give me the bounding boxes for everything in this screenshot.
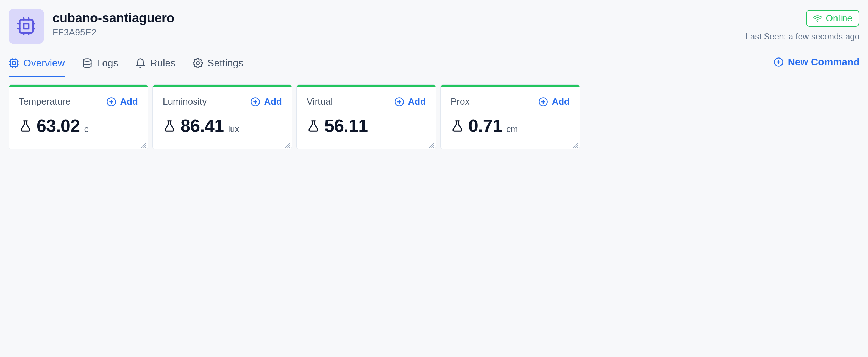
device-title-block: cubano-santiaguero FF3A95E2 (52, 9, 174, 38)
tab-overview[interactable]: Overview (9, 54, 65, 77)
card-value: 63.02 (37, 116, 80, 136)
card-unit: cm (506, 124, 518, 134)
device-name: cubano-santiaguero (52, 11, 174, 26)
card-value-row: 63.02 c (19, 116, 138, 136)
card-value-row: 56.11 (307, 116, 426, 136)
last-seen-value: a few seconds ago (789, 32, 859, 41)
new-command-label: New Command (788, 56, 859, 68)
new-command-button[interactable]: New Command (774, 56, 859, 75)
add-label: Add (264, 96, 282, 107)
status-badge: Online (806, 10, 859, 27)
svg-rect-1 (24, 24, 29, 29)
svg-rect-4 (12, 62, 15, 65)
sensor-card-prox: Prox Add 0.71 cm (440, 84, 580, 149)
plus-circle-icon (250, 97, 260, 107)
page-container: cubano-santiaguero FF3A95E2 Online Last … (0, 0, 868, 156)
database-icon (82, 58, 93, 68)
header-left: cubano-santiaguero FF3A95E2 (9, 9, 174, 44)
plus-circle-icon (106, 97, 116, 107)
resize-handle-icon[interactable] (285, 143, 290, 148)
sensor-card-virtual: Virtual Add 56.11 (296, 84, 436, 149)
tab-rules-label: Rules (150, 57, 176, 69)
last-seen-prefix: Last Seen: (745, 32, 786, 41)
add-button[interactable]: Add (106, 96, 138, 107)
tabs: Overview Logs Rules (9, 54, 243, 77)
resize-handle-icon[interactable] (573, 143, 578, 148)
plus-circle-icon (774, 57, 784, 67)
svg-rect-0 (20, 20, 33, 33)
card-value: 56.11 (324, 116, 368, 136)
status-label: Online (826, 13, 852, 24)
plus-circle-icon (394, 97, 404, 107)
card-title: Virtual (307, 96, 333, 107)
card-value-row: 0.71 cm (451, 116, 570, 136)
add-button[interactable]: Add (250, 96, 282, 107)
header: cubano-santiaguero FF3A95E2 Online Last … (0, 0, 868, 44)
card-unit: lux (228, 124, 239, 134)
add-label: Add (120, 96, 138, 107)
card-value: 86.41 (180, 116, 224, 136)
cpu-chip-icon (9, 58, 19, 68)
resize-handle-icon[interactable] (429, 143, 434, 148)
add-label: Add (552, 96, 570, 107)
last-seen: Last Seen: a few seconds ago (745, 32, 859, 42)
card-unit: c (84, 124, 89, 134)
plus-circle-icon (538, 97, 548, 107)
card-header: Prox Add (451, 96, 570, 107)
card-title: Temperature (19, 96, 71, 107)
flask-icon (163, 119, 176, 133)
tab-logs[interactable]: Logs (82, 54, 118, 77)
flask-icon (19, 119, 32, 133)
svg-point-5 (83, 59, 91, 62)
device-id: FF3A95E2 (52, 27, 174, 38)
card-header: Virtual Add (307, 96, 426, 107)
tab-settings-label: Settings (207, 57, 243, 69)
card-header: Luminosity Add (163, 96, 282, 107)
bell-icon (135, 58, 146, 68)
add-label: Add (408, 96, 426, 107)
card-status-bar (153, 85, 292, 87)
device-avatar (9, 9, 44, 44)
header-right: Online Last Seen: a few seconds ago (745, 10, 859, 42)
sensor-card-luminosity: Luminosity Add 86.41 lux (152, 84, 292, 149)
card-value: 0.71 (468, 116, 502, 136)
add-button[interactable]: Add (394, 96, 426, 107)
card-status-bar (441, 85, 580, 87)
flask-icon (307, 119, 320, 133)
card-title: Luminosity (163, 96, 207, 107)
tab-rules[interactable]: Rules (135, 54, 176, 77)
card-status-bar (9, 85, 148, 87)
add-button[interactable]: Add (538, 96, 570, 107)
card-title: Prox (451, 96, 469, 107)
card-status-bar (297, 85, 436, 87)
tab-settings[interactable]: Settings (193, 54, 243, 77)
svg-point-6 (196, 62, 199, 65)
cpu-chip-icon (16, 16, 36, 36)
card-header: Temperature Add (19, 96, 138, 107)
tabs-row: Overview Logs Rules (0, 54, 868, 77)
tab-logs-label: Logs (97, 57, 118, 69)
card-value-row: 86.41 lux (163, 116, 282, 136)
flask-icon (451, 119, 464, 133)
resize-handle-icon[interactable] (141, 143, 146, 148)
tab-overview-label: Overview (23, 57, 65, 69)
cards-grid: Temperature Add 63.02 c (0, 77, 868, 156)
svg-rect-3 (10, 60, 17, 67)
gear-icon (193, 58, 203, 68)
sensor-card-temperature: Temperature Add 63.02 c (9, 84, 148, 149)
wifi-icon (813, 14, 822, 23)
